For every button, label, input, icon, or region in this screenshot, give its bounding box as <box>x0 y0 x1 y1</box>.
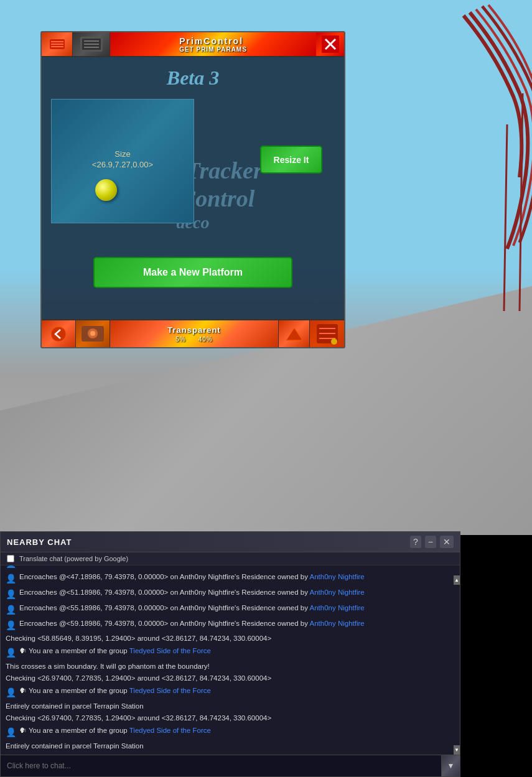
chat-message-line: 👤🗣 You are a member of the group Tiedyed… <box>6 685 455 700</box>
chat-input-row: ▼ <box>1 755 460 776</box>
avatar-icon: 👤 <box>6 618 16 633</box>
chat-message-text: Encroaches @<51.18986, 79.43978, 0.00000… <box>19 587 365 599</box>
translate-checkbox[interactable] <box>7 555 14 562</box>
avatar-icon: 👤 <box>6 646 16 661</box>
chat-message-line: 👤Encroaches @<47.18986, 79.43978, 0.0000… <box>6 571 455 587</box>
chat-system-text: Entirely contained in parcel Terrapin St… <box>6 700 144 713</box>
chat-message-line: Entirely contained in parcel Terrapin St… <box>6 740 455 753</box>
header-subtitle-text: GET PRIM PARAMS <box>179 46 247 53</box>
chat-message-text: 🗣 You are a member of the group Tiedyed … <box>19 685 211 697</box>
avatar-icon: 👤 <box>6 603 16 618</box>
footer-pct-left: 5% <box>175 336 185 343</box>
chat-messages[interactable]: 👤Encroaches @<31.18986, 79.43978, 0.0000… <box>1 565 460 755</box>
chat-message-text: Encroaches @<47.18986, 79.43978, 0.00000… <box>19 571 365 584</box>
svg-point-23 <box>331 338 337 345</box>
panel-footer: Transparent 5% 40% <box>42 319 344 347</box>
header-title-text: PrimControl <box>179 36 247 46</box>
footer-transparent-button[interactable]: Transparent 5% 40% <box>110 320 279 347</box>
panel-close-button[interactable] <box>316 32 344 56</box>
chat-system-text: Checking <26.97400, 7.27835, 1.29400> ar… <box>6 672 271 685</box>
chat-message-text: Encroaches @<55.18986, 79.43978, 0.00000… <box>19 602 365 615</box>
scroll-up-button[interactable]: ▲ <box>454 575 460 585</box>
footer-icon-button[interactable] <box>76 320 110 347</box>
chat-system-text: This crosses a sim boundary. It will go … <box>6 661 210 673</box>
chat-message-line: 👤Encroaches @<59.18986, 79.43978, 0.0000… <box>6 618 455 633</box>
chat-message-line: 👤🗣 You are a member of the group Tiedyed… <box>6 645 455 661</box>
track-decoration <box>345 0 532 311</box>
chat-message-line: 👤Encroaches @<55.18986, 79.43978, 0.0000… <box>6 602 455 618</box>
chat-message-line: Checking <58.85649, 8.39195, 1.29400> ar… <box>6 633 455 645</box>
chat-message-line: 👤Encroaches @<43.18986, 79.43978, 0.0000… <box>6 565 455 571</box>
panel-body: Beta 3 Chart Tracker PrimControl deco Si… <box>42 57 344 322</box>
chat-user-link[interactable]: Anth0ny Nightfire <box>310 620 365 627</box>
footer-transparent-label: Transparent <box>167 325 220 335</box>
chat-message-line: 👤🗣 You are a member of the group Tiedyed… <box>6 725 455 740</box>
chat-system-text: Checking <58.85649, 8.39195, 1.29400> ar… <box>6 633 271 645</box>
chat-user-link[interactable]: Anth0ny Nightfire <box>310 589 365 596</box>
make-new-platform-button[interactable]: Make a New Platform <box>93 257 292 288</box>
chat-user-link[interactable]: Anth0ny Nightfire <box>310 573 365 580</box>
chat-group-link[interactable]: Tiedyed Side of the Force <box>129 727 211 734</box>
chat-title: NEARBY CHAT <box>7 537 72 547</box>
header-icon-button[interactable] <box>73 32 110 56</box>
chat-header: NEARBY CHAT ? − ✕ <box>1 532 460 552</box>
footer-pct-row: 5% 40% <box>175 336 212 343</box>
chat-message-line: 👤Encroaches @<51.18986, 79.43978, 0.0000… <box>6 587 455 602</box>
chat-help-button[interactable]: ? <box>410 536 421 548</box>
chat-message-line: This crosses a sim boundary. It will go … <box>6 661 455 673</box>
svg-marker-18 <box>286 328 302 340</box>
chat-message-text: 🗣 You are a member of the group Tiedyed … <box>19 725 211 737</box>
chat-system-text: Entirely contained in parcel Terrapin St… <box>6 740 144 753</box>
chat-message-text: 🗣 You are a member of the group Tiedyed … <box>19 645 211 658</box>
chat-close-button[interactable]: ✕ <box>440 536 454 548</box>
chat-message-line: Checking <26.97400, 7.27835, 1.29400> ar… <box>6 672 455 685</box>
beta-title: Beta 3 <box>51 67 335 90</box>
footer-right-button[interactable] <box>310 320 344 347</box>
scroll-down-button[interactable]: ▼ <box>454 745 460 755</box>
svg-point-14 <box>51 327 66 342</box>
chat-message-line: Checking <26.97400, 7.27835, 1.29400> ar… <box>6 712 455 725</box>
avatar-icon: 👤 <box>6 572 16 587</box>
new-platform-wrapper: Make a New Platform <box>51 120 335 288</box>
avatar-icon: 👤 <box>6 565 16 571</box>
chat-message-line: Entirely contained in parcel Terrapin St… <box>6 700 455 713</box>
chat-send-button[interactable]: ▼ <box>441 755 460 776</box>
chat-header-buttons: ? − ✕ <box>410 536 454 548</box>
svg-line-1 <box>520 93 523 311</box>
chat-input[interactable] <box>1 755 441 776</box>
panel-header: PrimControl GET PRIM PARAMS <box>42 32 344 57</box>
chat-message-text: Encroaches @<59.18986, 79.43978, 0.00000… <box>19 618 365 630</box>
translate-row: Translate chat (powered by Google) <box>1 552 460 565</box>
footer-pct-right: 40% <box>198 336 213 343</box>
chat-panel: NEARBY CHAT ? − ✕ Translate chat (powere… <box>0 531 460 777</box>
svg-point-17 <box>90 331 95 336</box>
avatar-icon: 👤 <box>6 686 16 700</box>
translate-label: Translate chat (powered by Google) <box>19 555 128 562</box>
chat-message-text: Encroaches @<43.18986, 79.43978, 0.00000… <box>19 565 365 568</box>
svg-line-0 <box>504 124 507 311</box>
chat-minimize-button[interactable]: − <box>425 536 436 548</box>
chat-group-link[interactable]: Tiedyed Side of the Force <box>129 687 211 694</box>
chat-user-link[interactable]: Anth0ny Nightfire <box>310 604 365 612</box>
chat-group-link[interactable]: Tiedyed Side of the Force <box>129 647 211 654</box>
footer-up-button[interactable] <box>279 320 310 347</box>
avatar-icon: 👤 <box>6 587 16 602</box>
main-panel: PrimControl GET PRIM PARAMS Beta 3 Chart… <box>40 31 345 348</box>
header-back-button[interactable] <box>42 32 73 56</box>
chat-system-text: Checking <26.97400, 7.27835, 1.29400> ar… <box>6 712 271 725</box>
footer-back-button[interactable] <box>42 320 76 347</box>
avatar-icon: 👤 <box>6 725 16 740</box>
panel-title-header: PrimControl GET PRIM PARAMS <box>110 32 316 56</box>
